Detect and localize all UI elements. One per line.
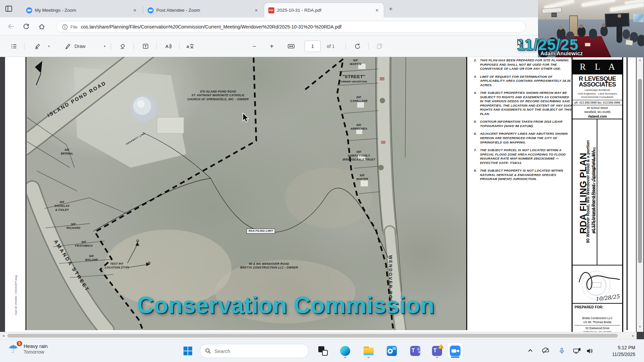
info-icon[interactable] xyxy=(62,24,68,30)
address-bar[interactable]: File cos.lan/share/Planning/Files/Conser… xyxy=(56,21,526,33)
notification-badge: 5 xyxy=(16,340,23,347)
file-explorer-icon xyxy=(364,347,374,355)
firm-website: rlaland.com xyxy=(573,115,622,118)
highlighter-dropdown-chevron[interactable]: ▾ xyxy=(44,41,54,52)
onedrive-paused-icon[interactable] xyxy=(542,348,549,356)
map-label-nf-richard: N/F RICHARD xyxy=(62,223,85,230)
home-button[interactable] xyxy=(36,21,47,32)
add-text-icon[interactable] xyxy=(140,41,151,52)
tab-close-icon[interactable]: ✕ xyxy=(131,7,138,14)
fit-to-width-icon[interactable] xyxy=(286,41,297,52)
wall-picture xyxy=(633,14,643,22)
scroll-left-arrow[interactable]: ◄ xyxy=(2,334,5,338)
horizontal-scrollbar[interactable]: ◄ ► xyxy=(0,332,637,339)
tray-time: 5:12 PM xyxy=(612,344,635,351)
zoom-favicon xyxy=(26,7,32,13)
highlighter-icon[interactable] xyxy=(32,41,43,52)
url-text[interactable]: cos.lan/share/Planning/Files/Conservatio… xyxy=(81,24,341,29)
screen: My Meetings - Zoom ✕ Post Attendee - Zoo… xyxy=(0,0,644,362)
map-label-nf-martin: N/F MARTIN xyxy=(344,59,367,66)
tab-title: Post Attendee - Zoom xyxy=(156,8,250,13)
search-input[interactable] xyxy=(214,348,295,354)
teams-button[interactable]: T xyxy=(408,343,423,359)
tab-close-icon[interactable]: ✕ xyxy=(253,7,260,14)
scroll-right-arrow[interactable]: ► xyxy=(632,334,635,338)
task-view-button[interactable] xyxy=(315,343,331,359)
read-aloud-icon[interactable]: A xyxy=(163,41,174,52)
horizontal-scrollbar-thumb[interactable] xyxy=(7,334,618,338)
running-indicator xyxy=(344,357,346,358)
eraser-icon[interactable] xyxy=(117,41,128,52)
tab-rda-pdf[interactable]: PDF 2025-10-31 - RDA.pdf ✕ xyxy=(264,3,384,17)
standing-person xyxy=(616,17,622,43)
map-label-nf-bernal: N/F BERNAL xyxy=(57,148,77,156)
page-view-icon[interactable] xyxy=(374,41,385,52)
zoom-out-button[interactable]: − xyxy=(249,41,260,52)
office-chair xyxy=(637,35,644,46)
url-scheme-label: File xyxy=(70,24,77,29)
papers xyxy=(585,43,590,46)
pdf-viewer[interactable]: ISLAND POND ROAD 375 ISLAND POND ROAD ST… xyxy=(0,57,644,339)
map-label-nf-malone: N/F MALONE xyxy=(80,254,103,262)
edge-browser-button[interactable] xyxy=(337,343,353,359)
zoom-in-button[interactable]: + xyxy=(266,41,277,52)
tab-my-meetings[interactable]: My Meetings - Zoom ✕ xyxy=(22,3,142,17)
title-block-divider xyxy=(597,119,597,265)
wall-picture xyxy=(551,13,557,17)
office-chair xyxy=(623,29,630,39)
umbrella-rain-icon: ☂5 xyxy=(8,342,18,356)
rotate-icon[interactable] xyxy=(352,41,363,52)
new-tab-button[interactable]: + xyxy=(386,5,395,13)
draw-dropdown-chevron[interactable]: ▾ xyxy=(99,41,110,52)
page-number-input[interactable] xyxy=(305,41,321,52)
weather-widget[interactable]: ☂5 Heavy rain Tomorrow xyxy=(8,342,48,356)
zoom-app-icon xyxy=(450,346,461,356)
prepared-for-label: PREPARED FOR: xyxy=(575,305,620,309)
translate-icon[interactable]: a xyxy=(185,41,196,52)
taskbar-clock[interactable]: 5:12 PM 11/25/2025 xyxy=(612,344,635,358)
scroll-up-arrow[interactable]: ▲ xyxy=(638,58,642,62)
draw-button-label[interactable]: Draw xyxy=(74,41,86,52)
toolbar-separator xyxy=(133,43,134,50)
outlook-button[interactable] xyxy=(384,343,399,359)
plan-notes: 2.THIS PLAN HAS BEEN PREPARED FOR SITE P… xyxy=(468,57,576,330)
tab-post-attendee[interactable]: Post Attendee - Zoom ✕ xyxy=(144,3,263,17)
seated-person xyxy=(578,27,586,37)
map-label-nf-douglas-failey: N/F DOUGLAS & FAILEY xyxy=(50,200,74,212)
tab-close-icon[interactable]: ✕ xyxy=(374,7,380,14)
tab-title: 2025-10-31 - RDA.pdf xyxy=(277,8,371,13)
vertical-scrollbar-thumb[interactable] xyxy=(638,79,642,263)
plan-note: 5.CONTOUR INFORMATION TAKEN FROM 2015 LI… xyxy=(474,120,573,128)
speaker-icon[interactable] xyxy=(586,348,593,356)
refresh-button[interactable] xyxy=(21,21,32,32)
teams-warning-button[interactable]: T ! xyxy=(429,343,445,359)
windows-logo-icon xyxy=(183,347,192,355)
plan-note: 3.LIMIT OF REQUEST FOR DETERMINATION OF … xyxy=(474,75,573,87)
zoom-app-button[interactable] xyxy=(447,343,463,359)
draw-pen-icon[interactable] xyxy=(62,41,73,52)
person-head xyxy=(618,14,621,18)
vertical-scrollbar[interactable]: ▲ ▼ xyxy=(637,57,643,332)
svg-text:a: a xyxy=(186,44,189,49)
scroll-down-arrow[interactable]: ▼ xyxy=(638,325,642,328)
microphone-icon[interactable] xyxy=(559,348,565,356)
page-count-label: of 1 xyxy=(325,41,336,52)
file-explorer-button[interactable] xyxy=(361,343,376,359)
network-icon[interactable] xyxy=(573,348,581,356)
tab-actions-icon[interactable] xyxy=(5,5,13,13)
plan-title-block: RDA FILING PLAN 90 Wendover Road, WS Wen… xyxy=(573,119,622,265)
map-label-test-pit: TEST PIT LOCATION (TYP) xyxy=(100,262,133,270)
teams-icon: T xyxy=(410,346,420,356)
taskbar-search[interactable] xyxy=(200,344,309,358)
back-button[interactable] xyxy=(5,21,16,32)
stamp-signature-block: 10/28/25 xyxy=(573,265,622,304)
zoom-favicon xyxy=(148,7,154,13)
papers xyxy=(626,40,633,46)
start-button[interactable] xyxy=(181,344,195,358)
table-of-contents-icon[interactable] xyxy=(9,41,19,52)
watermark-conservation-commission: Conservation Commission xyxy=(137,292,434,318)
toolbar-separator xyxy=(368,43,369,50)
person-head xyxy=(579,24,583,28)
tab-title: My Meetings - Zoom xyxy=(35,8,129,13)
tray-chevron-up-icon[interactable] xyxy=(527,348,533,355)
